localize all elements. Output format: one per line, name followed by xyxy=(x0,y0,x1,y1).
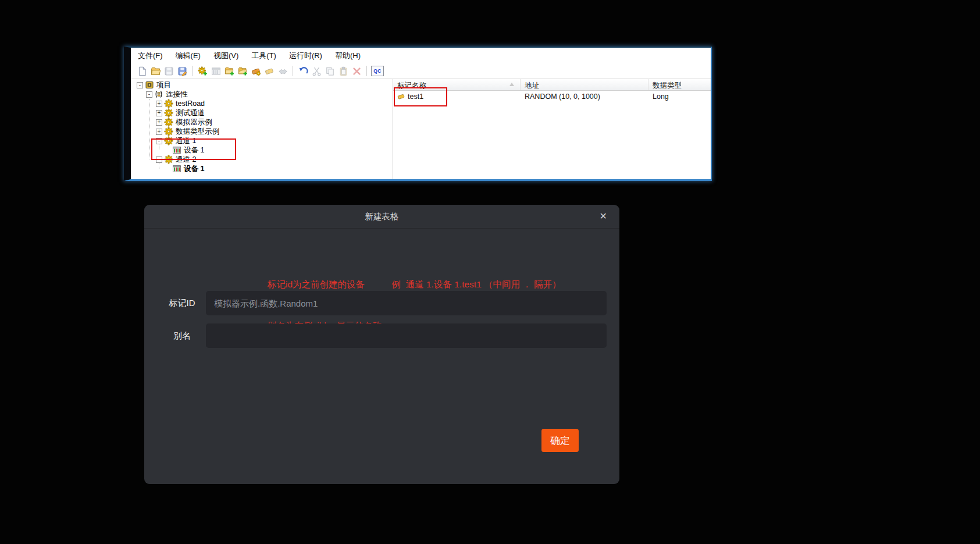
column-header-tag-name[interactable]: 标记名称 xyxy=(393,79,521,90)
tree-item-channel1-device1[interactable]: 设备 1 xyxy=(131,145,393,155)
tree-item-label: 项目 xyxy=(156,81,171,90)
tree-item-label: 通道 1 xyxy=(176,137,196,145)
new-table-dialog: 新建表格 ✕ 标记id为之前创建的设备 例 通道 1.设备 1.test1 （中… xyxy=(144,205,619,484)
tree-item-label: 测试通道 xyxy=(176,109,205,118)
menu-file[interactable]: 文件(F) xyxy=(138,49,169,62)
confirm-button[interactable]: 确定 xyxy=(541,429,579,452)
expander-icon[interactable]: + xyxy=(156,101,162,107)
device-icon xyxy=(172,164,181,173)
tree-item-label: testRoad xyxy=(176,99,205,108)
add-tag-group-icon[interactable] xyxy=(237,65,248,77)
project-tree: - 项目 - 连接性 + testRoad + 测试通道 + xyxy=(131,79,393,179)
tree-item-testroad[interactable]: + testRoad xyxy=(131,99,393,108)
dialog-titlebar: 新建表格 ✕ xyxy=(144,205,619,229)
copy-icon[interactable] xyxy=(324,65,336,77)
undo-icon[interactable] xyxy=(297,65,309,77)
tag-icon xyxy=(397,93,405,101)
menu-help[interactable]: 帮助(H) xyxy=(329,49,367,62)
open-folder-icon[interactable] xyxy=(149,65,161,77)
app-window: 文件(F) 编辑(E) 视图(V) 工具(T) 运行时(R) 帮助(H) QC xyxy=(124,47,712,181)
cut-icon[interactable] xyxy=(311,65,322,77)
tree-guide xyxy=(159,144,159,150)
tree-item-label: 数据类型示例 xyxy=(176,127,219,136)
tree-item-channel2-device1[interactable]: 设备 1 xyxy=(131,164,393,173)
expander-icon[interactable]: + xyxy=(156,129,162,135)
table-row[interactable]: test1 RANDOM (10, 0, 1000) Long xyxy=(393,91,711,102)
column-header-label: 标记名称 xyxy=(397,81,426,90)
tree-item-label: 连接性 xyxy=(166,90,188,99)
tree-item-label: 设备 1 xyxy=(184,146,204,155)
device-icon[interactable] xyxy=(210,65,222,77)
toolbar: QC xyxy=(131,63,711,79)
gear-icon xyxy=(164,136,173,145)
tag-name-cell: test1 xyxy=(408,93,423,101)
delete-icon[interactable] xyxy=(351,65,362,77)
gear-icon xyxy=(164,99,173,108)
tree-item-connectivity[interactable]: - 连接性 xyxy=(131,90,393,99)
close-icon[interactable]: ✕ xyxy=(600,212,607,221)
tree-item-label: 通道 2 xyxy=(176,155,196,164)
toolbar-separator xyxy=(366,66,367,76)
gear-icon xyxy=(164,118,173,127)
tree-item-channel1[interactable]: - 通道 1 xyxy=(131,136,393,145)
alias-row: 别名 xyxy=(144,323,619,348)
tree-item-label: 设备 1 xyxy=(184,165,204,173)
tree-guide xyxy=(149,99,149,159)
column-header-label: 地址 xyxy=(525,81,539,90)
save-icon[interactable] xyxy=(163,65,174,77)
device-icon xyxy=(172,145,181,155)
add-device-icon[interactable] xyxy=(223,65,235,77)
datatype-cell: Long xyxy=(648,93,711,101)
tag-id-label: 标记ID xyxy=(157,298,207,309)
tree-item-project[interactable]: - 项目 xyxy=(131,80,393,90)
tree-item-channel2[interactable]: - 通道 2 xyxy=(131,155,393,164)
tag-table: 标记名称 地址 数据类型 test1 RANDOM (10, 0, 1000) … xyxy=(393,79,711,179)
alias-input[interactable] xyxy=(206,323,607,348)
tag-id-row: 标记ID xyxy=(144,291,619,315)
expander-icon[interactable]: - xyxy=(156,138,162,144)
gear-icon xyxy=(164,108,173,118)
tree-item-simulator-example[interactable]: + 模拟器示例 xyxy=(131,118,393,127)
gear-icon xyxy=(164,155,173,164)
main-content: - 项目 - 连接性 + testRoad + 测试通道 + xyxy=(131,79,711,179)
add-channel-icon[interactable] xyxy=(197,65,208,77)
column-header-datatype[interactable]: 数据类型 xyxy=(648,79,711,90)
paste-icon[interactable] xyxy=(337,65,349,77)
expander-icon[interactable]: - xyxy=(146,91,152,98)
connectivity-icon xyxy=(154,90,163,99)
dialog-title: 新建表格 xyxy=(365,211,399,222)
menu-edit[interactable]: 编辑(E) xyxy=(169,49,207,62)
table-header: 标记名称 地址 数据类型 xyxy=(393,79,711,91)
save-edit-icon[interactable] xyxy=(176,65,188,77)
address-cell: RANDOM (10, 0, 1000) xyxy=(521,93,648,101)
menu-bar: 文件(F) 编辑(E) 视图(V) 工具(T) 运行时(R) 帮助(H) xyxy=(131,48,711,63)
column-header-label: 数据类型 xyxy=(653,81,682,90)
expander-icon[interactable]: - xyxy=(137,82,143,88)
column-header-address[interactable]: 地址 xyxy=(521,79,648,90)
new-file-icon[interactable] xyxy=(136,65,148,77)
menu-runtime[interactable]: 运行时(R) xyxy=(283,49,329,62)
sort-indicator-icon xyxy=(509,83,514,86)
add-tag-icon[interactable] xyxy=(250,65,262,77)
toolbar-separator xyxy=(192,66,193,76)
tree-guide xyxy=(159,163,159,169)
menu-view[interactable]: 视图(V) xyxy=(207,49,245,62)
toolbar-separator xyxy=(293,66,293,76)
expander-icon[interactable]: - xyxy=(156,157,162,163)
menu-tools[interactable]: 工具(T) xyxy=(245,49,283,62)
expander-icon[interactable]: + xyxy=(156,119,162,126)
alias-label: 别名 xyxy=(157,330,207,342)
tree-item-test-channel[interactable]: + 测试通道 xyxy=(131,108,393,118)
tree-item-datatype-example[interactable]: + 数据类型示例 xyxy=(131,127,393,136)
gear-icon xyxy=(164,127,173,136)
expander-icon[interactable]: + xyxy=(156,110,162,116)
tree-item-label: 模拟器示例 xyxy=(176,118,212,127)
tag-id-input[interactable] xyxy=(206,291,607,315)
quick-client-icon[interactable]: QC xyxy=(371,66,384,76)
properties-icon[interactable] xyxy=(277,65,288,77)
note-line-1: 标记id为之前创建的设备 例 通道 1.设备 1.test1 （中间用 ． 隔开… xyxy=(268,278,561,291)
project-icon xyxy=(145,80,154,90)
tag-icon[interactable] xyxy=(263,65,275,77)
